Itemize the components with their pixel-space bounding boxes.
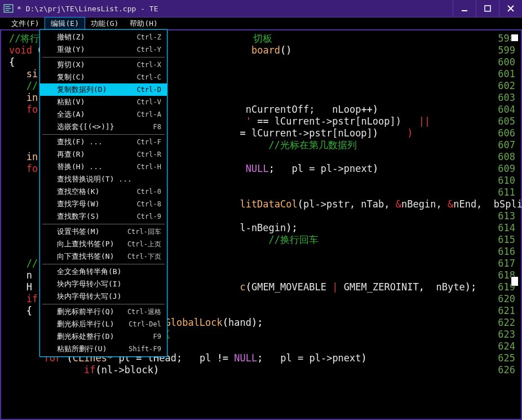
menu-item-label: 向上查找书签(P) <box>57 239 114 249</box>
menu-item-shortcut: Ctrl-A <box>129 110 161 118</box>
edit-menu-dropdown: 撤销(Z)Ctrl-Z重做(Y)Ctrl-Y剪切(X)Ctrl-X复制(C)Ct… <box>39 29 167 357</box>
menu-item-shortcut: Ctrl-F <box>129 138 161 146</box>
window-controls <box>453 0 522 17</box>
menu-item-shortcut: Ctrl-D <box>129 86 161 94</box>
menu-item-shortcut: F8 <box>145 123 161 131</box>
menu-item-label: 块内字母转小写(I) <box>57 279 121 289</box>
menu-item-shortcut: Ctrl-Del <box>121 320 161 328</box>
menu-item-label: 查找数字(S) <box>57 211 99 222</box>
menu-item-shortcut: Ctrl-V <box>129 98 161 106</box>
menu-item[interactable]: 删光标处整行(D)F9 <box>40 330 167 343</box>
menu-item[interactable]: 查找替换说明(T) ... <box>40 173 167 185</box>
menu-edit[interactable]: 编辑(E) <box>45 17 85 30</box>
menu-item[interactable]: 查找字母(W)Ctrl-8 <box>40 198 167 210</box>
menu-item[interactable]: 全文全角转半角(B) <box>40 266 167 278</box>
menu-item-label: 剪切(X) <box>57 60 85 70</box>
menu-item[interactable]: 重做(Y)Ctrl-Y <box>40 43 167 56</box>
menu-item-label: 查找字母(W) <box>57 199 99 209</box>
menu-help[interactable]: 帮助(H) <box>124 17 163 30</box>
menu-item-label: 查找空格(K) <box>57 187 99 197</box>
menu-item-shortcut: Ctrl-退格 <box>120 307 161 317</box>
menu-item-shortcut: Shift-F9 <box>121 345 161 353</box>
menu-item[interactable]: 粘贴(V)Ctrl-V <box>40 96 167 108</box>
menu-item[interactable]: 粘贴所删行(U)Shift-F9 <box>40 343 167 355</box>
menu-separator <box>42 264 165 264</box>
menu-item[interactable]: 撤销(Z)Ctrl-Z <box>40 31 167 43</box>
menu-item-shortcut: Ctrl-上页 <box>120 240 161 249</box>
menu-separator <box>42 224 165 224</box>
menu-item[interactable]: 查找数字(S)Ctrl-9 <box>40 210 167 223</box>
menu-item-shortcut: Ctrl-8 <box>129 200 161 208</box>
menu-item-shortcut: Ctrl-Z <box>129 33 161 41</box>
menu-item-label: 复制(C) <box>57 72 85 82</box>
menu-item[interactable]: 块内字母转大写(J) <box>40 290 167 303</box>
svg-rect-5 <box>485 6 490 11</box>
menu-item[interactable]: 删光标前半行(Q)Ctrl-退格 <box>40 306 167 318</box>
menu-item-shortcut: Ctrl-下页 <box>120 252 161 262</box>
menu-item-label: 再查(R) <box>57 149 85 160</box>
menu-item-label: 删光标后半行(L) <box>57 319 114 329</box>
menu-item[interactable]: 查找(F) ...Ctrl-F <box>40 136 167 148</box>
title-bar: * D:\z\prj\TE\LinesList.cpp - TE <box>0 0 522 17</box>
menu-item-label: 全文全角转半角(B) <box>57 267 121 277</box>
menu-item[interactable]: 向上查找书签(P)Ctrl-上页 <box>40 238 167 250</box>
menu-item[interactable]: 复制(C)Ctrl-C <box>40 71 167 83</box>
menu-item-shortcut: Ctrl-H <box>129 163 161 171</box>
menu-item[interactable]: 剪切(X)Ctrl-X <box>40 59 167 71</box>
menu-function[interactable]: 功能(G) <box>85 17 124 30</box>
menu-item-shortcut: Ctrl-0 <box>129 188 161 196</box>
menu-item-label: 设置书签(M) <box>57 227 99 237</box>
menu-item-label: 删光标处整行(D) <box>57 331 114 342</box>
scroll-up-icon[interactable] <box>511 34 519 42</box>
menu-separator <box>42 304 165 304</box>
app-icon <box>3 3 14 14</box>
menu-item-label: 删光标前半行(Q) <box>57 307 114 317</box>
menu-item-label: 选嵌套{[(<>)]} <box>57 122 114 132</box>
code-line[interactable]: if(nl->block)626 <box>9 364 521 376</box>
menu-file[interactable]: 文件(F) <box>6 17 45 30</box>
minimize-button[interactable] <box>453 0 476 17</box>
menu-item-label: 撤销(Z) <box>57 32 85 42</box>
menu-item-label: 替换(H) ... <box>57 162 103 172</box>
menu-item-label: 重做(Y) <box>57 45 85 55</box>
menu-item[interactable]: 选嵌套{[(<>)]}F8 <box>40 121 167 133</box>
menu-item[interactable]: 复制数据列(D)Ctrl-D <box>40 83 167 96</box>
menu-item[interactable]: 向下查找书签(N)Ctrl-下页 <box>40 250 167 263</box>
menu-item[interactable]: 再查(R)Ctrl-R <box>40 148 167 161</box>
menu-item-shortcut: Ctrl-X <box>129 61 161 69</box>
menu-item-label: 全选(A) <box>57 109 85 120</box>
menu-item-shortcut: Ctrl-R <box>129 151 161 158</box>
menu-item[interactable]: 块内字母转小写(I) <box>40 278 167 290</box>
vertical-scrollbar[interactable] <box>511 34 517 415</box>
menu-item-shortcut: Ctrl-C <box>129 73 161 81</box>
menu-item-shortcut: F9 <box>145 333 161 341</box>
menu-separator <box>42 57 165 58</box>
menu-item[interactable]: 全选(A)Ctrl-A <box>40 108 167 121</box>
menu-bar: 文件(F)编辑(E)功能(G)帮助(H) <box>0 17 522 30</box>
menu-item-label: 块内字母转大写(J) <box>57 291 121 302</box>
scroll-thumb[interactable] <box>511 276 519 286</box>
menu-item-shortcut: Ctrl-9 <box>129 213 161 220</box>
menu-item-label: 查找(F) ... <box>57 137 103 147</box>
menu-item-label: 查找替换说明(T) ... <box>57 174 132 184</box>
menu-item-shortcut: Ctrl-回车 <box>120 227 161 237</box>
code-text: if(nl->block) <box>9 364 493 376</box>
menu-separator <box>42 134 165 135</box>
menu-item[interactable]: 删光标后半行(L)Ctrl-Del <box>40 318 167 330</box>
menu-item[interactable]: 设置书签(M)Ctrl-回车 <box>40 226 167 238</box>
menu-item-label: 粘贴所删行(U) <box>57 344 107 354</box>
menu-item-label: 向下查找书签(N) <box>57 251 114 262</box>
menu-item-label: 复制数据列(D) <box>57 85 107 95</box>
menu-item[interactable]: 查找空格(K)Ctrl-0 <box>40 185 167 198</box>
menu-item-shortcut: Ctrl-Y <box>129 46 161 54</box>
close-button[interactable] <box>499 0 522 17</box>
window-title: * D:\z\prj\TE\LinesList.cpp - TE <box>17 5 453 13</box>
maximize-button[interactable] <box>476 0 499 17</box>
menu-item-label: 粘贴(V) <box>57 97 85 107</box>
menu-item[interactable]: 替换(H) ...Ctrl-H <box>40 161 167 173</box>
